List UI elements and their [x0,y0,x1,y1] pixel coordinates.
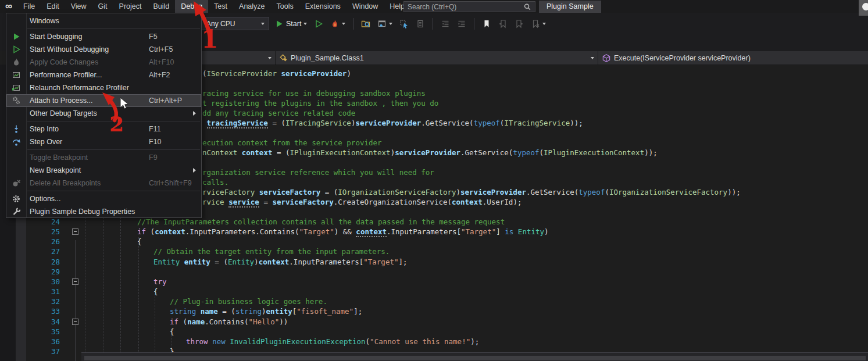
member-dropdown[interactable]: Execute(IServiceProvider serviceProvider… [598,51,868,65]
menu-tools[interactable]: Tools [271,0,299,13]
collapse-toggle[interactable] [72,228,78,235]
code-token: ITracingService [504,119,570,127]
code-token: context [155,227,185,236]
hot-reload-flame-icon [330,19,340,28]
debug-menu-item-new-breakpoint[interactable]: New Breakpoint [6,164,201,177]
menu-item-label: Toggle Breakpoint [30,153,88,162]
code-token: = ( [218,307,235,316]
code-token: "Target" [363,258,398,266]
code-line: // Plug-in business logic goes here. [170,297,327,306]
hot-reload-flame-button[interactable] [328,18,347,30]
menu-analyze[interactable]: Analyze [233,0,270,13]
menu-build[interactable]: Build [147,0,175,13]
debug-menu-item-delete-all-breakpoints[interactable]: Delete All BreakpointsCtrl+Shift+F9 [6,177,201,190]
account-avatar[interactable] [859,0,868,16]
plugin-sample-button[interactable]: Plugin Sample [539,1,601,13]
indent-guide [120,217,121,361]
debug-menu-item-other-debug-targets[interactable]: Other Debug Targets [6,107,201,120]
type-dropdown[interactable]: Plugin_Sample.Class1 [276,51,598,65]
debug-menu-item-windows[interactable]: Windows [6,15,201,27]
menu-item-label: Other Debug Targets [30,109,97,117]
code-token: racing service for use in debugging sand… [202,89,426,98]
line-number: 37 [33,347,60,356]
menu-extensions[interactable]: Extensions [299,0,347,13]
bookmark-prev-button[interactable] [496,18,509,30]
debug-menu-item-start-debugging[interactable]: Start DebuggingF5 [6,30,201,43]
folder-search-button[interactable] [359,18,372,30]
menu-separator [27,149,200,150]
debug-menu-item-toggle-breakpoint[interactable]: Toggle BreakpointF9 [6,151,201,164]
solution-platform-value: Any CPU [206,20,235,28]
menu-view[interactable]: View [65,0,92,13]
debug-menu-item-options[interactable]: Options... [6,192,201,205]
code-line: rganization service reference which you … [202,168,434,177]
menu-test[interactable]: Test [208,0,233,13]
menu-git[interactable]: Git [92,0,113,13]
horizontal-scrollbar[interactable] [81,352,868,361]
collapse-toggle[interactable] [72,278,78,285]
document-icon [416,19,425,28]
code-token: "Hello" [249,317,280,326]
code-token: try [153,277,167,286]
debug-menu-item-performance-profiler[interactable]: Performance Profiler...Alt+F2 [6,69,201,81]
bookmark-next-button[interactable] [513,18,526,30]
debug-menu-item-apply-code-changes[interactable]: Apply Code ChangesAlt+F10 [6,56,201,69]
menu-file[interactable]: File [17,0,41,13]
code-token: name [187,317,205,326]
wrench-icon [12,207,21,216]
code-token: IOrganizationServiceFactory [609,188,727,196]
step-into-icon [12,124,21,134]
chevron-down-icon [261,23,265,25]
start-debugging-button[interactable]: Start [273,18,309,30]
code-token: serviceProvider [355,119,421,127]
code-token: "Target" [299,227,334,236]
code-token: context [259,258,290,266]
code-token: Contains [209,317,244,326]
play-icon [274,19,284,28]
code-token: entity [184,258,210,266]
menu-item-label: Performance Profiler... [30,71,102,79]
debug-menu-item-plugin-sample-debug-properties[interactable]: Plugin Sample Debug Properties [6,205,201,218]
indent-decrease-button[interactable] [439,18,452,30]
code-line: dd any tracing service related code [202,109,355,117]
new-window-icon [377,19,387,28]
code-token: ); [470,337,479,346]
line-number: 35 [33,327,60,336]
code-token: tracingService [207,119,268,128]
debug-menu-item-step-into[interactable]: Step IntoF11 [6,123,201,135]
debug-menu-item-relaunch-performance-profiler[interactable]: Relaunch Performance Profiler [6,81,201,94]
code-token: name [201,307,218,316]
toolbar-separator [474,18,474,30]
indent-increase-button[interactable] [455,18,468,30]
bookmark-button[interactable] [480,18,493,30]
play-outline-button[interactable] [312,18,325,30]
menu-window[interactable]: Window [347,0,384,13]
menu-edit[interactable]: Edit [41,0,65,13]
menu-project[interactable]: Project [113,0,148,13]
code-line: rvice service = serviceFactory.CreateOrg… [202,198,521,206]
chevron-down-icon [591,57,594,59]
code-line: try [153,277,167,286]
quick-search-box[interactable]: Search (Ctrl+Q) [403,1,535,12]
submenu-arrow-icon [193,168,196,173]
code-token: GetService [426,119,469,127]
indent-guide [155,291,155,361]
selection-cursor-button[interactable] [398,18,410,30]
bookmark-clear-button[interactable] [529,18,548,30]
document-button[interactable] [414,18,427,30]
collapse-toggle[interactable] [72,319,78,325]
horizontal-scrollbar-thumb[interactable] [84,356,866,360]
code-token: .InputParameters[ [289,258,363,266]
code-token: ) [262,307,266,316]
new-window-button[interactable] [376,18,394,30]
menu-bar: ∞ FileEditViewGitProjectBuildDebugTestAn… [0,0,868,13]
menu-debug[interactable]: Debug [175,0,208,13]
solution-platform-dropdown[interactable]: Any CPU [202,17,269,30]
debug-menu-item-attach-to-process[interactable]: Attach to Process...Ctrl+Alt+P [6,94,201,107]
code-token: .InputParameters[ [387,227,461,236]
code-token: context [452,198,483,206]
debug-menu-item-step-over[interactable]: Step OverF10 [6,135,201,148]
gears-icon [12,96,21,105]
debug-menu-item-start-without-debugging[interactable]: Start Without DebuggingCtrl+F5 [6,43,201,56]
bookmark-clear-icon [531,19,540,28]
